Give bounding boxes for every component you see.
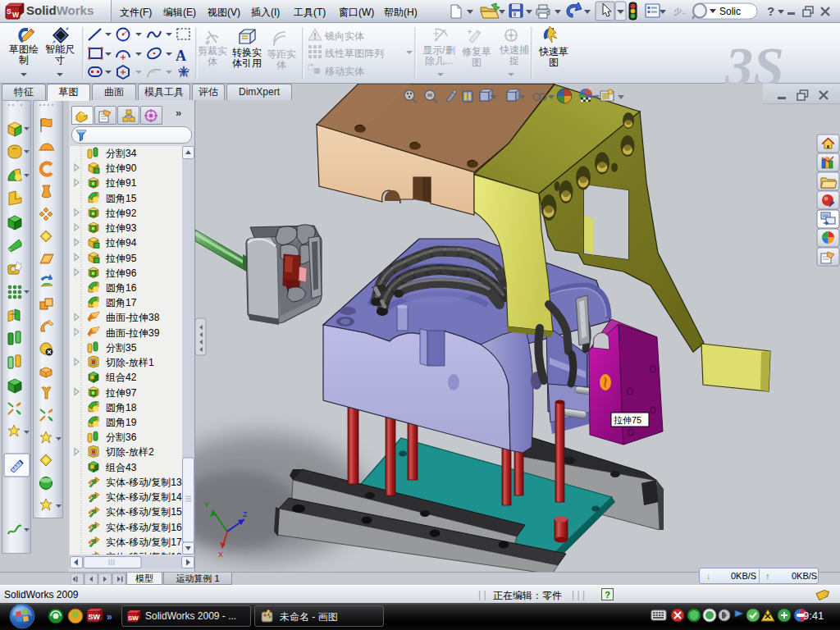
svg-text:9:41: 9:41 — [803, 609, 824, 622]
svg-text:+: + — [468, 28, 472, 36]
svg-text:Solic: Solic — [719, 6, 741, 17]
svg-text:3S: 3S — [724, 35, 784, 84]
svg-text:X: X — [218, 550, 223, 559]
svg-text:W: W — [12, 11, 20, 19]
svg-text:A: A — [176, 48, 186, 64]
svg-text:拉伸75: 拉伸75 — [614, 415, 641, 425]
svg-text:Y: Y — [204, 500, 209, 509]
svg-text:S: S — [7, 7, 11, 16]
svg-text:?: ? — [767, 4, 774, 18]
svg-text:少..: 少.. — [673, 7, 687, 16]
svg-text:SW: SW — [128, 614, 139, 622]
svg-text:Z: Z — [243, 510, 248, 518]
svg-text:SW: SW — [89, 613, 101, 621]
svg-text:»: » — [107, 611, 112, 623]
